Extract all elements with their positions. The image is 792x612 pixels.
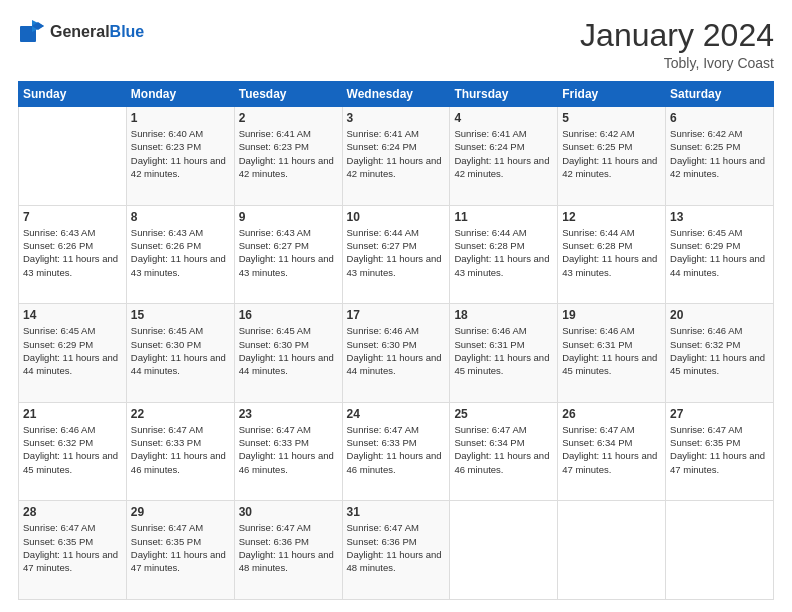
day-cell: 4Sunrise: 6:41 AMSunset: 6:24 PMDaylight… xyxy=(450,107,558,206)
week-row-4: 21Sunrise: 6:46 AMSunset: 6:32 PMDayligh… xyxy=(19,402,774,501)
day-cell xyxy=(666,501,774,600)
day-cell: 26Sunrise: 6:47 AMSunset: 6:34 PMDayligh… xyxy=(558,402,666,501)
day-number: 22 xyxy=(131,407,230,421)
day-info: Sunrise: 6:43 AMSunset: 6:27 PMDaylight:… xyxy=(239,226,338,279)
day-info: Sunrise: 6:43 AMSunset: 6:26 PMDaylight:… xyxy=(23,226,122,279)
day-cell: 3Sunrise: 6:41 AMSunset: 6:24 PMDaylight… xyxy=(342,107,450,206)
day-number: 9 xyxy=(239,210,338,224)
day-cell: 31Sunrise: 6:47 AMSunset: 6:36 PMDayligh… xyxy=(342,501,450,600)
month-title: January 2024 xyxy=(580,18,774,53)
day-number: 29 xyxy=(131,505,230,519)
day-number: 10 xyxy=(347,210,446,224)
day-cell: 8Sunrise: 6:43 AMSunset: 6:26 PMDaylight… xyxy=(126,205,234,304)
weekday-header-sunday: Sunday xyxy=(19,82,127,107)
day-number: 4 xyxy=(454,111,553,125)
day-number: 6 xyxy=(670,111,769,125)
day-cell: 21Sunrise: 6:46 AMSunset: 6:32 PMDayligh… xyxy=(19,402,127,501)
day-info: Sunrise: 6:47 AMSunset: 6:34 PMDaylight:… xyxy=(562,423,661,476)
day-cell: 27Sunrise: 6:47 AMSunset: 6:35 PMDayligh… xyxy=(666,402,774,501)
day-number: 13 xyxy=(670,210,769,224)
day-info: Sunrise: 6:47 AMSunset: 6:36 PMDaylight:… xyxy=(239,521,338,574)
day-cell: 13Sunrise: 6:45 AMSunset: 6:29 PMDayligh… xyxy=(666,205,774,304)
day-number: 14 xyxy=(23,308,122,322)
day-number: 24 xyxy=(347,407,446,421)
day-cell: 11Sunrise: 6:44 AMSunset: 6:28 PMDayligh… xyxy=(450,205,558,304)
day-cell: 22Sunrise: 6:47 AMSunset: 6:33 PMDayligh… xyxy=(126,402,234,501)
day-info: Sunrise: 6:47 AMSunset: 6:34 PMDaylight:… xyxy=(454,423,553,476)
day-number: 21 xyxy=(23,407,122,421)
day-info: Sunrise: 6:47 AMSunset: 6:35 PMDaylight:… xyxy=(670,423,769,476)
day-number: 12 xyxy=(562,210,661,224)
day-number: 27 xyxy=(670,407,769,421)
day-cell: 12Sunrise: 6:44 AMSunset: 6:28 PMDayligh… xyxy=(558,205,666,304)
day-cell xyxy=(558,501,666,600)
day-cell: 29Sunrise: 6:47 AMSunset: 6:35 PMDayligh… xyxy=(126,501,234,600)
day-number: 30 xyxy=(239,505,338,519)
day-info: Sunrise: 6:47 AMSunset: 6:33 PMDaylight:… xyxy=(347,423,446,476)
day-number: 26 xyxy=(562,407,661,421)
calendar-body: 1Sunrise: 6:40 AMSunset: 6:23 PMDaylight… xyxy=(19,107,774,600)
day-info: Sunrise: 6:45 AMSunset: 6:30 PMDaylight:… xyxy=(131,324,230,377)
day-cell: 15Sunrise: 6:45 AMSunset: 6:30 PMDayligh… xyxy=(126,304,234,403)
day-number: 11 xyxy=(454,210,553,224)
day-cell: 28Sunrise: 6:47 AMSunset: 6:35 PMDayligh… xyxy=(19,501,127,600)
title-block: January 2024 Tobly, Ivory Coast xyxy=(580,18,774,71)
day-info: Sunrise: 6:45 AMSunset: 6:30 PMDaylight:… xyxy=(239,324,338,377)
day-cell: 30Sunrise: 6:47 AMSunset: 6:36 PMDayligh… xyxy=(234,501,342,600)
day-info: Sunrise: 6:42 AMSunset: 6:25 PMDaylight:… xyxy=(670,127,769,180)
day-number: 31 xyxy=(347,505,446,519)
logo-general: GeneralBlue xyxy=(50,23,144,41)
day-number: 20 xyxy=(670,308,769,322)
day-info: Sunrise: 6:47 AMSunset: 6:36 PMDaylight:… xyxy=(347,521,446,574)
day-number: 25 xyxy=(454,407,553,421)
day-info: Sunrise: 6:46 AMSunset: 6:32 PMDaylight:… xyxy=(670,324,769,377)
day-cell: 23Sunrise: 6:47 AMSunset: 6:33 PMDayligh… xyxy=(234,402,342,501)
day-number: 19 xyxy=(562,308,661,322)
weekday-header-tuesday: Tuesday xyxy=(234,82,342,107)
day-info: Sunrise: 6:46 AMSunset: 6:32 PMDaylight:… xyxy=(23,423,122,476)
calendar-page: GeneralBlue January 2024 Tobly, Ivory Co… xyxy=(0,0,792,612)
day-number: 23 xyxy=(239,407,338,421)
week-row-2: 7Sunrise: 6:43 AMSunset: 6:26 PMDaylight… xyxy=(19,205,774,304)
day-number: 15 xyxy=(131,308,230,322)
weekday-header-thursday: Thursday xyxy=(450,82,558,107)
weekday-header-row: SundayMondayTuesdayWednesdayThursdayFrid… xyxy=(19,82,774,107)
day-info: Sunrise: 6:47 AMSunset: 6:33 PMDaylight:… xyxy=(239,423,338,476)
weekday-header-wednesday: Wednesday xyxy=(342,82,450,107)
logo-icon xyxy=(18,18,46,46)
location: Tobly, Ivory Coast xyxy=(580,55,774,71)
day-number: 8 xyxy=(131,210,230,224)
day-info: Sunrise: 6:44 AMSunset: 6:27 PMDaylight:… xyxy=(347,226,446,279)
day-info: Sunrise: 6:45 AMSunset: 6:29 PMDaylight:… xyxy=(23,324,122,377)
day-number: 16 xyxy=(239,308,338,322)
day-cell: 17Sunrise: 6:46 AMSunset: 6:30 PMDayligh… xyxy=(342,304,450,403)
weekday-header-saturday: Saturday xyxy=(666,82,774,107)
day-info: Sunrise: 6:46 AMSunset: 6:31 PMDaylight:… xyxy=(562,324,661,377)
weekday-header-monday: Monday xyxy=(126,82,234,107)
day-number: 28 xyxy=(23,505,122,519)
day-cell: 16Sunrise: 6:45 AMSunset: 6:30 PMDayligh… xyxy=(234,304,342,403)
day-cell: 19Sunrise: 6:46 AMSunset: 6:31 PMDayligh… xyxy=(558,304,666,403)
day-info: Sunrise: 6:41 AMSunset: 6:24 PMDaylight:… xyxy=(454,127,553,180)
day-cell: 10Sunrise: 6:44 AMSunset: 6:27 PMDayligh… xyxy=(342,205,450,304)
day-cell: 14Sunrise: 6:45 AMSunset: 6:29 PMDayligh… xyxy=(19,304,127,403)
day-info: Sunrise: 6:43 AMSunset: 6:26 PMDaylight:… xyxy=(131,226,230,279)
week-row-5: 28Sunrise: 6:47 AMSunset: 6:35 PMDayligh… xyxy=(19,501,774,600)
day-number: 2 xyxy=(239,111,338,125)
day-cell: 7Sunrise: 6:43 AMSunset: 6:26 PMDaylight… xyxy=(19,205,127,304)
day-number: 18 xyxy=(454,308,553,322)
day-info: Sunrise: 6:41 AMSunset: 6:24 PMDaylight:… xyxy=(347,127,446,180)
week-row-1: 1Sunrise: 6:40 AMSunset: 6:23 PMDaylight… xyxy=(19,107,774,206)
day-info: Sunrise: 6:47 AMSunset: 6:35 PMDaylight:… xyxy=(131,521,230,574)
day-cell: 2Sunrise: 6:41 AMSunset: 6:23 PMDaylight… xyxy=(234,107,342,206)
day-info: Sunrise: 6:40 AMSunset: 6:23 PMDaylight:… xyxy=(131,127,230,180)
day-cell xyxy=(19,107,127,206)
day-cell xyxy=(450,501,558,600)
day-number: 3 xyxy=(347,111,446,125)
calendar-table: SundayMondayTuesdayWednesdayThursdayFrid… xyxy=(18,81,774,600)
day-cell: 5Sunrise: 6:42 AMSunset: 6:25 PMDaylight… xyxy=(558,107,666,206)
day-cell: 9Sunrise: 6:43 AMSunset: 6:27 PMDaylight… xyxy=(234,205,342,304)
day-number: 1 xyxy=(131,111,230,125)
logo: GeneralBlue xyxy=(18,18,144,46)
day-cell: 24Sunrise: 6:47 AMSunset: 6:33 PMDayligh… xyxy=(342,402,450,501)
